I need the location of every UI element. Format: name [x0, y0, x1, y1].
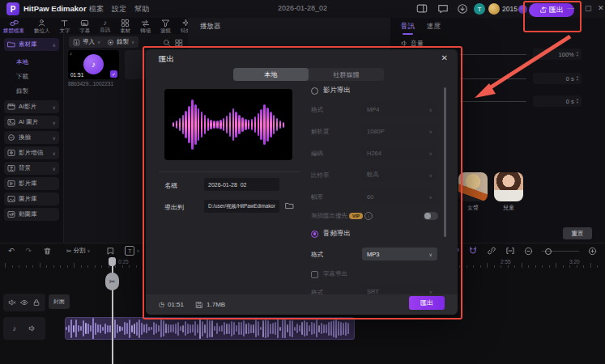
- sidebar-item-gif-library[interactable]: 動圖庫: [4, 208, 59, 221]
- toolbar-item-media-files[interactable]: 媒體檔案: [3, 19, 24, 33]
- coin-icon[interactable]: [488, 3, 500, 15]
- stepper-icon[interactable]: ▴▾: [577, 75, 578, 82]
- toolbar-item-text[interactable]: 文字: [59, 19, 70, 33]
- tab-social-media[interactable]: 社群媒體: [309, 68, 384, 81]
- timeline-zoom-slider[interactable]: [542, 247, 579, 255]
- cover-button[interactable]: 封面: [49, 294, 70, 309]
- format-select[interactable]: MP4∨: [362, 103, 437, 116]
- zoom-slider-knob[interactable]: [545, 248, 552, 255]
- toolbar-item-digital-human[interactable]: 數位人: [34, 19, 50, 33]
- fade-out-value[interactable]: 0 s ▴▾: [533, 95, 582, 107]
- expand-icon[interactable]: ∨: [53, 166, 56, 171]
- sidebar-item-video-enhance[interactable]: 影片增強 ∨: [4, 146, 59, 159]
- split-cursor[interactable]: ✂: [105, 273, 119, 290]
- clock-icon: ◷: [159, 301, 164, 308]
- redo-icon[interactable]: ↷: [26, 247, 32, 255]
- grid-view-icon[interactable]: [175, 39, 183, 47]
- selected-checkbox[interactable]: ✓: [110, 70, 117, 78]
- voice-preset-female[interactable]: [458, 172, 488, 201]
- audio-thumbnail-icon: ♪: [83, 54, 104, 74]
- audio-clip[interactable]: [65, 317, 355, 340]
- video-export-radio[interactable]: 影片導出: [311, 86, 351, 95]
- close-button[interactable]: ✕: [598, 4, 604, 12]
- maximize-button[interactable]: ▢: [585, 4, 592, 12]
- dialog-close-icon[interactable]: ✕: [441, 53, 448, 62]
- tab-audio[interactable]: 音訊: [401, 22, 415, 32]
- lock-track-icon[interactable]: [32, 298, 40, 307]
- framerate-select[interactable]: 60∨: [362, 190, 437, 203]
- stepper-icon[interactable]: ▴▾: [577, 51, 578, 57]
- browse-folder-icon[interactable]: [285, 201, 294, 210]
- layout-panels-icon[interactable]: [416, 3, 428, 15]
- transitions-icon: [141, 19, 150, 28]
- toolbar-item-assets[interactable]: 素材: [120, 19, 130, 33]
- expand-icon[interactable]: ∨: [53, 104, 56, 110]
- sidebar-item-local[interactable]: 本地: [16, 57, 57, 68]
- chain-link-icon[interactable]: [487, 246, 496, 256]
- dialog-export-button[interactable]: 匯出: [409, 296, 445, 310]
- bitrate-select[interactable]: 較高∨: [362, 168, 437, 181]
- collapse-icon[interactable]: ∧: [53, 42, 56, 48]
- lossless-toggle[interactable]: [424, 212, 438, 220]
- volume-value[interactable]: 100% ▴▾: [533, 49, 582, 60]
- playhead-handle[interactable]: [109, 257, 116, 266]
- tab-speed[interactable]: 速度: [427, 22, 441, 32]
- voice-preset-child[interactable]: [494, 172, 523, 201]
- folder-icon: [7, 40, 15, 49]
- feedback-chat-icon[interactable]: [437, 3, 449, 15]
- sidebar-item-ai-video[interactable]: AI影片 ∨: [4, 100, 59, 113]
- fade-in-slider[interactable]: [460, 78, 526, 79]
- stepper-icon[interactable]: ▴▾: [577, 98, 578, 104]
- dialog-scrollbar[interactable]: [444, 87, 446, 237]
- name-input[interactable]: [204, 178, 279, 191]
- undo-icon[interactable]: ↶: [8, 247, 15, 255]
- sidebar-item-downloads[interactable]: 下載: [16, 71, 57, 83]
- export-path-input[interactable]: [204, 200, 279, 213]
- hide-track-icon[interactable]: [20, 298, 28, 307]
- subtitle-export-checkbox[interactable]: 字幕導出: [311, 270, 347, 278]
- toolbar-item-audio[interactable]: ♪ 音訊: [100, 19, 110, 32]
- record-button[interactable]: 錄製 ∨: [103, 36, 138, 48]
- range-select-icon[interactable]: [505, 246, 515, 256]
- track-volume-icon[interactable]: [28, 324, 36, 332]
- sidebar-item-image-library[interactable]: 圖片庫: [4, 193, 59, 205]
- expand-icon[interactable]: ∨: [53, 120, 56, 125]
- expand-icon[interactable]: ∨: [53, 150, 56, 156]
- split-button[interactable]: ✂ 分割 ∨: [66, 247, 90, 255]
- sidebar-item-face-swap[interactable]: 換臉 ∨: [4, 131, 59, 144]
- tab-local[interactable]: 本地: [233, 68, 309, 81]
- audio-format-select[interactable]: MP3∨: [362, 248, 437, 260]
- import-button[interactable]: 導入 ∨: [69, 36, 104, 48]
- user-avatar[interactable]: T: [474, 3, 485, 15]
- sidebar-item-background[interactable]: 背景 ∨: [4, 162, 59, 175]
- codec-select[interactable]: H264∨: [362, 146, 437, 159]
- volume-slider[interactable]: [460, 54, 526, 55]
- resolution-select[interactable]: 1080P∨: [362, 125, 437, 138]
- toolbar-item-subtitles[interactable]: 字幕: [79, 19, 90, 33]
- text-overlay-button[interactable]: T ∨: [125, 246, 139, 256]
- vip-membership-icon[interactable]: [518, 5, 527, 14]
- minimize-button[interactable]: —: [567, 4, 574, 12]
- toolbar-item-filters[interactable]: 濾鏡: [160, 19, 171, 33]
- audio-export-radio[interactable]: 音頻導出: [311, 229, 351, 239]
- expand-icon[interactable]: ∨: [53, 135, 56, 141]
- marker-icon[interactable]: [106, 247, 115, 256]
- sidebar-item-material-library[interactable]: 素材庫 ∧: [4, 38, 59, 51]
- reset-button[interactable]: 重置: [563, 227, 592, 239]
- sidebar-item-video-library[interactable]: 影片庫: [4, 177, 59, 190]
- delete-icon[interactable]: [43, 247, 52, 256]
- media-item-duration: 01:51: [70, 72, 83, 78]
- info-icon[interactable]: i: [364, 212, 373, 220]
- fade-in-value[interactable]: 0 s ▴▾: [533, 73, 582, 84]
- zoom-in-icon[interactable]: [588, 247, 597, 256]
- magnet-icon[interactable]: [468, 246, 478, 256]
- toolbar-item-transitions[interactable]: 轉場: [140, 19, 151, 33]
- mute-track-icon[interactable]: [8, 298, 16, 307]
- media-item-audio[interactable]: ♪ ♪ 01:51 ✓: [68, 50, 119, 79]
- search-icon[interactable]: [163, 39, 171, 47]
- fade-out-slider[interactable]: [460, 101, 526, 102]
- sidebar-item-recordings[interactable]: 錄製: [16, 86, 57, 97]
- download-icon[interactable]: [457, 3, 468, 15]
- sidebar-item-ai-image[interactable]: AI 圖片 ∨: [4, 116, 59, 129]
- zoom-out-icon[interactable]: [524, 247, 533, 256]
